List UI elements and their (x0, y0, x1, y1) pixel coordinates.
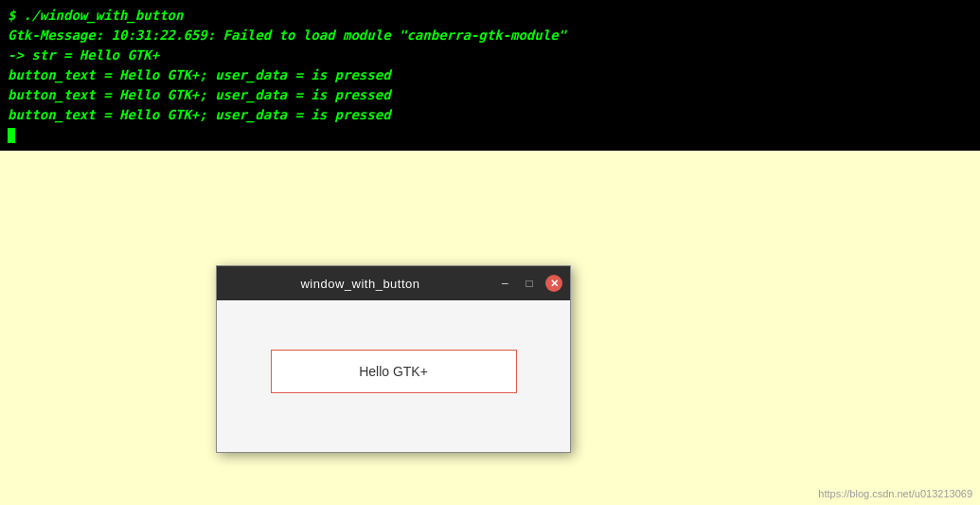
terminal-line-2: Gtk-Message: 10:31:22.659: Failed to loa… (8, 26, 972, 45)
gtk-minimize-button[interactable]: − (496, 275, 513, 292)
hello-gtk-button[interactable]: Hello GTK+ (271, 350, 517, 393)
gtk-window: window_with_button − □ ✕ Hello GTK+ (216, 265, 571, 453)
terminal-cursor (8, 128, 15, 143)
terminal-line-3: -> str = Hello GTK+ (8, 45, 972, 65)
terminal-cursor-line (8, 125, 972, 145)
terminal-line-5: button_text = Hello GTK+; user_data = is… (8, 85, 972, 105)
terminal-line-6: button_text = Hello GTK+; user_data = is… (8, 105, 972, 125)
terminal-line-4: button_text = Hello GTK+; user_data = is… (8, 65, 972, 85)
watermark: https://blog.csdn.net/u013213069 (818, 488, 972, 499)
gtk-maximize-button[interactable]: □ (521, 275, 538, 292)
gtk-window-title: window_with_button (224, 277, 496, 291)
gtk-window-controls: − □ ✕ (496, 275, 562, 292)
gtk-window-content: Hello GTK+ (217, 300, 570, 452)
terminal-output: $ ./window_with_button Gtk-Message: 10:3… (0, 0, 980, 151)
terminal-line-1: $ ./window_with_button (8, 6, 972, 26)
gtk-close-button[interactable]: ✕ (545, 275, 562, 292)
gtk-titlebar: window_with_button − □ ✕ (217, 266, 570, 300)
